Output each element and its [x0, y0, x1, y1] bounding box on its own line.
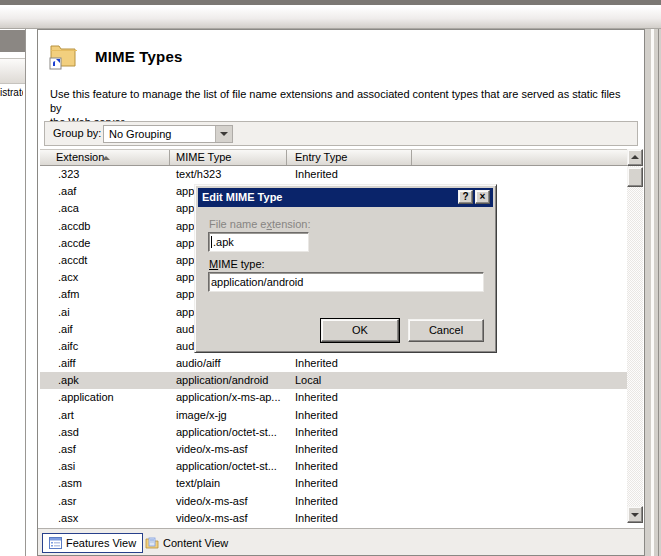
- cancel-button[interactable]: Cancel: [408, 319, 484, 342]
- page-title: MIME Types: [95, 48, 183, 65]
- table-row[interactable]: .asmtext/plainInherited: [40, 475, 627, 492]
- cell-ext: .aca: [40, 200, 170, 217]
- group-by-selected-value: No Grouping: [109, 128, 171, 140]
- close-icon[interactable]: ×: [475, 190, 490, 204]
- cell-entry: Local: [287, 372, 412, 389]
- cell-mime: audio/aiff: [170, 355, 287, 372]
- connections-pane-clipped: istrato: [0, 29, 37, 556]
- table-row[interactable]: .asdapplication/octet-st...Inherited: [40, 424, 627, 441]
- mime-type-label: MIME type:: [209, 258, 265, 270]
- cell-entry: Inherited: [287, 355, 412, 372]
- cell-ext: .asx: [40, 510, 170, 527]
- table-row[interactable]: .artimage/x-jgInherited: [40, 407, 627, 424]
- scroll-down-icon: [631, 513, 639, 517]
- dialog-title-bar[interactable]: Edit MIME Type ? ×: [198, 188, 493, 207]
- left-pane-border: [25, 29, 26, 556]
- cell-entry: Inherited: [287, 166, 412, 183]
- mime-type-field[interactable]: application/android: [208, 272, 484, 292]
- edit-mime-type-dialog: Edit MIME Type ? × File name extension: …: [194, 184, 497, 353]
- cell-ext: .art: [40, 407, 170, 424]
- scroll-down-button[interactable]: [627, 506, 643, 523]
- mime-types-folder-icon: [48, 40, 78, 70]
- cell-entry: Inherited: [287, 493, 412, 510]
- tab-content-view[interactable]: Content View: [139, 533, 234, 553]
- view-tab-bar: Features View Content View: [38, 528, 644, 555]
- scroll-up-button[interactable]: [627, 149, 643, 166]
- file-label-pre: File name e: [209, 218, 266, 230]
- cell-ext: .asd: [40, 424, 170, 441]
- cell-mime: image/x-jg: [170, 407, 287, 424]
- right-gutter-highlight: [651, 29, 654, 556]
- tab-features-view[interactable]: Features View: [42, 533, 143, 553]
- dropdown-button[interactable]: [215, 126, 232, 142]
- cell-ext: .asr: [40, 493, 170, 510]
- screen: istrato MIME Types Use this feature to m…: [0, 0, 661, 556]
- column-header-mime-type-label: MIME Type: [176, 151, 231, 163]
- table-row[interactable]: .aiffaudio/aiffInherited: [40, 355, 627, 372]
- cell-ext: .apk: [40, 372, 170, 389]
- column-header-extension-label: Extension: [56, 151, 104, 163]
- cell-mime: application/octet-st...: [170, 458, 287, 475]
- left-panel-clipped-text: istrato: [0, 87, 23, 101]
- cell-ext: .accdb: [40, 218, 170, 235]
- left-pane-header: [0, 58, 25, 84]
- file-name-extension-label: File name extension:: [209, 218, 311, 230]
- vertical-scrollbar[interactable]: [627, 149, 643, 523]
- column-header-extension[interactable]: Extension: [40, 150, 170, 165]
- content-view-icon: [145, 537, 159, 549]
- table-row[interactable]: .applicationapplication/x-ms-ap...Inheri…: [40, 389, 627, 406]
- table-row[interactable]: .apkapplication/androidLocal: [40, 372, 627, 389]
- window-right-edge: [658, 29, 659, 556]
- cell-mime: text/plain: [170, 475, 287, 492]
- cell-ext: .aifc: [40, 338, 170, 355]
- column-header-entry-type[interactable]: Entry Type: [287, 150, 412, 165]
- mime-type-value: application/android: [211, 274, 303, 291]
- cell-ext: .acx: [40, 269, 170, 286]
- cell-ext: .accdt: [40, 252, 170, 269]
- file-name-extension-field[interactable]: .apk: [208, 232, 309, 252]
- scrollbar-track[interactable]: [627, 149, 643, 523]
- cell-mime: video/x-ms-asf: [170, 493, 287, 510]
- table-row[interactable]: .asxvideo/x-ms-asfInherited: [40, 510, 627, 527]
- tab-features-view-label: Features View: [66, 537, 136, 549]
- mime-types-panel: MIME Types Use this feature to manage th…: [37, 29, 645, 556]
- features-view-icon: [49, 537, 62, 549]
- chevron-down-icon: [220, 132, 228, 136]
- group-by-dropdown[interactable]: No Grouping: [103, 125, 233, 143]
- cell-ext: .aiff: [40, 355, 170, 372]
- toolbar-band: [0, 7, 661, 29]
- window-top-bar: [0, 0, 661, 6]
- cell-mime: application/octet-st...: [170, 424, 287, 441]
- cell-entry: Inherited: [287, 475, 412, 492]
- table-row[interactable]: .asrvideo/x-ms-asfInherited: [40, 493, 627, 510]
- group-by-toolbar: Group by: No Grouping: [44, 121, 638, 146]
- tab-content-view-label: Content View: [163, 537, 228, 549]
- table-row[interactable]: .asiapplication/octet-st...Inherited: [40, 458, 627, 475]
- text-caret: [211, 236, 212, 248]
- scroll-up-icon: [631, 155, 639, 159]
- cell-ext: .asm: [40, 475, 170, 492]
- sort-ascending-icon: [102, 156, 110, 160]
- cell-entry: Inherited: [287, 424, 412, 441]
- cell-entry: Inherited: [287, 389, 412, 406]
- scrollbar-thumb[interactable]: [627, 167, 643, 187]
- cell-ext: .accde: [40, 235, 170, 252]
- cell-ext: .ai: [40, 304, 170, 321]
- cell-ext: .323: [40, 166, 170, 183]
- table-row[interactable]: .323text/h323Inherited: [40, 166, 627, 183]
- ok-button[interactable]: OK: [321, 319, 399, 342]
- file-name-extension-value: .apk: [213, 234, 234, 251]
- help-button[interactable]: ?: [458, 190, 473, 204]
- cell-entry: Inherited: [287, 407, 412, 424]
- table-row[interactable]: .asfvideo/x-ms-asfInherited: [40, 441, 627, 458]
- file-label-post: tension:: [272, 218, 311, 230]
- cell-entry: Inherited: [287, 458, 412, 475]
- cell-mime: application/x-ms-ap...: [170, 389, 287, 406]
- cell-ext: .aif: [40, 321, 170, 338]
- column-header-mime-type[interactable]: MIME Type: [170, 150, 287, 165]
- cell-mime: application/android: [170, 372, 287, 389]
- cell-ext: .asi: [40, 458, 170, 475]
- group-by-label: Group by:: [53, 127, 101, 139]
- dialog-title: Edit MIME Type: [202, 191, 282, 203]
- column-header-entry-type-label: Entry Type: [295, 151, 347, 163]
